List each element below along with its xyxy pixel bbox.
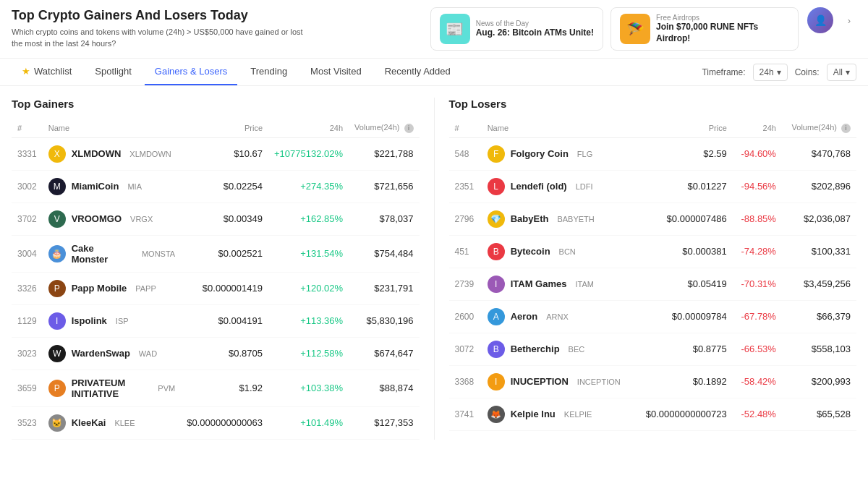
price-cell: $0.1892 <box>634 365 732 398</box>
coin-ticker: INCEPTION <box>577 377 621 386</box>
name-cell: 💎 BabyEth BABYETH <box>482 202 635 235</box>
rank-cell: 3741 <box>449 398 482 430</box>
rank-cell: 3659 <box>12 370 43 406</box>
page-subtitle: Which crypto coins and tokens with volum… <box>12 27 315 49</box>
gainers-tbody: 3331 X XLMDOWN XLMDOWN $10.67 +10775132.… <box>12 137 420 439</box>
price-cell: $0.8705 <box>181 337 268 370</box>
nav-right: Timeframe: 24h ▾ Coins: All ▾ <box>702 64 856 81</box>
table-row[interactable]: 1129 I Ispolink ISP $0.004191 +113.36% $… <box>12 304 420 337</box>
name-cell: I Ispolink ISP <box>43 304 181 337</box>
coin-ticker: LDFI <box>576 182 593 191</box>
coins-chevron: ▾ <box>846 67 850 77</box>
rank-cell: 3004 <box>12 235 43 272</box>
timeframe-dropdown[interactable]: 24h ▾ <box>753 64 788 81</box>
nav-item-gainers-losers[interactable]: Gainers & Losers <box>145 59 237 85</box>
price-cell: $0.000001419 <box>181 272 268 304</box>
chevron-button[interactable]: › <box>842 7 856 33</box>
price-cell: $0.002521 <box>181 235 268 272</box>
name-cell: P PRIVATEUM INITIATIVE PVM <box>43 370 181 406</box>
table-row[interactable]: 3072 B Betherchip BEC $0.8775 -66.53% $5… <box>449 333 857 365</box>
table-row[interactable]: 2351 L Lendefi (old) LDFI $0.01227 -94.5… <box>449 170 857 202</box>
gainers-col-volume: Volume(24h) i <box>349 119 419 137</box>
gainers-thead: # Name Price 24h Volume(24h) i <box>12 119 420 137</box>
news-card-label: Free Airdrops <box>656 14 789 22</box>
coin-ticker: KLEE <box>114 419 135 427</box>
table-row[interactable]: 3326 P Papp Mobile PAPP $0.000001419 +12… <box>12 272 420 304</box>
table-row[interactable]: 3002 M MiamiCoin MIA $0.02254 +274.35% $… <box>12 170 420 202</box>
nav-label-watchlist: Watchlist <box>34 66 72 77</box>
gainers-col-change: 24h <box>268 119 349 137</box>
user-avatar[interactable]: 👤 <box>807 7 833 33</box>
coin-icon: A <box>488 308 505 325</box>
table-row[interactable]: 3368 I INUCEPTION INCEPTION $0.1892 -58.… <box>449 365 857 398</box>
losers-col-volume: Volume(24h) i <box>782 119 856 137</box>
gainers-table: # Name Price 24h Volume(24h) i 3331 X XL… <box>12 119 420 440</box>
rank-cell: 2351 <box>449 170 482 202</box>
coin-icon: 🦊 <box>488 406 505 423</box>
losers-volume-info-icon[interactable]: i <box>841 124 851 133</box>
volume-info-icon[interactable]: i <box>404 124 414 133</box>
volume-cell: $202,896 <box>782 170 856 202</box>
news-card-icon: 📰 <box>440 14 470 44</box>
table-row[interactable]: 2600 A Aeron ARNX $0.00009784 -67.78% $6… <box>449 300 857 333</box>
price-cell: $0.000000000063 <box>181 406 268 439</box>
change-cell: +274.35% <box>268 170 349 202</box>
coin-icon: M <box>48 178 66 195</box>
table-row[interactable]: 3702 V VROOMGO VRGX $0.00349 +162.85% $7… <box>12 202 420 235</box>
coin-ticker: ISP <box>116 317 129 325</box>
table-row[interactable]: 548 F Folgory Coin FLG $2.59 -94.60% $47… <box>449 137 857 170</box>
table-row[interactable]: 3741 🦊 Kelpie Inu KELPIE $0.000000000072… <box>449 398 857 430</box>
coin-name-label: XLMDOWN <box>72 148 122 159</box>
nav-bar: ★ Watchlist Spotlight Gainers & Losers T… <box>0 59 868 86</box>
change-cell: -58.42% <box>733 365 782 398</box>
coin-name-label: WardenSwap <box>72 348 130 359</box>
news-card[interactable]: 📰 News of the Day Aug. 26: Bitcoin ATMs … <box>430 7 603 51</box>
volume-cell: $674,647 <box>349 337 419 370</box>
change-cell: +162.85% <box>268 202 349 235</box>
coin-ticker: BABYETH <box>557 215 594 223</box>
rank-cell: 3326 <box>12 272 43 304</box>
losers-title: Top Losers <box>449 98 857 110</box>
coin-icon: 🐱 <box>48 414 66 432</box>
volume-cell: $470,768 <box>782 137 856 170</box>
table-row[interactable]: 3331 X XLMDOWN XLMDOWN $10.67 +10775132.… <box>12 137 420 170</box>
coin-ticker: KELPIE <box>564 410 592 419</box>
nav-item-spotlight[interactable]: Spotlight <box>85 59 142 85</box>
name-cell: B Bytecoin BCN <box>482 235 635 268</box>
nav-item-trending[interactable]: Trending <box>240 59 297 85</box>
coin-name-label: Folgory Coin <box>511 148 569 159</box>
nav-label-most-visited: Most Visited <box>310 66 362 77</box>
coin-name-label: VROOMGO <box>72 213 122 224</box>
rank-cell: 3072 <box>449 333 482 365</box>
table-row[interactable]: 3004 🎂 Cake Monster MONSTA $0.002521 +13… <box>12 235 420 272</box>
timeframe-value: 24h <box>760 67 774 77</box>
timeframe-chevron: ▾ <box>777 67 781 77</box>
name-cell: I INUCEPTION INCEPTION <box>482 365 635 398</box>
price-cell: $0.01227 <box>634 170 732 202</box>
coin-name-label: MiamiCoin <box>72 181 119 192</box>
star-icon: ★ <box>22 66 30 77</box>
table-row[interactable]: 3523 🐱 KleeKai KLEE $0.000000000063 +101… <box>12 406 420 439</box>
coin-ticker: WAD <box>139 349 157 358</box>
coin-name-label: Ispolink <box>72 315 107 326</box>
coins-dropdown[interactable]: All ▾ <box>827 64 856 81</box>
change-cell: -67.78% <box>733 300 782 333</box>
change-cell: -66.53% <box>733 333 782 365</box>
gainers-col-rank: # <box>12 119 43 137</box>
rank-cell: 3368 <box>449 365 482 398</box>
table-row[interactable]: 2796 💎 BabyEth BABYETH $0.000007486 -88.… <box>449 202 857 235</box>
price-cell: $0.05419 <box>634 268 732 300</box>
table-row[interactable]: 451 B Bytecoin BCN $0.000381 -74.28% $10… <box>449 235 857 268</box>
nav-item-most-visited[interactable]: Most Visited <box>300 59 372 85</box>
news-card[interactable]: 🪂 Free Airdrops Join $70,000 RUNE NFTs A… <box>610 7 799 51</box>
volume-cell: $754,484 <box>349 235 419 272</box>
table-row[interactable]: 3023 W WardenSwap WAD $0.8705 +112.58% $… <box>12 337 420 370</box>
nav-item-recently-added[interactable]: Recently Added <box>375 59 461 85</box>
table-row[interactable]: 2739 I ITAM Games ITAM $0.05419 -70.31% … <box>449 268 857 300</box>
change-cell: +131.54% <box>268 235 349 272</box>
price-cell: $0.8775 <box>634 333 732 365</box>
table-row[interactable]: 3659 P PRIVATEUM INITIATIVE PVM $1.92 +1… <box>12 370 420 406</box>
rank-cell: 2600 <box>449 300 482 333</box>
nav-item-watchlist[interactable]: ★ Watchlist <box>12 59 82 85</box>
coin-name-label: Betherchip <box>511 343 560 354</box>
